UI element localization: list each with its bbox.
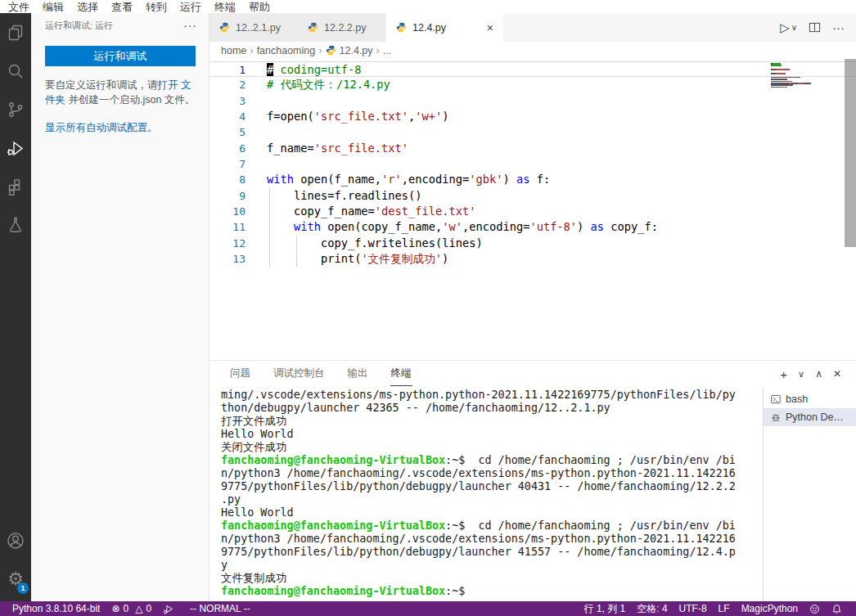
code-line[interactable]: 6f_name='src_file.txt' — [209, 141, 856, 156]
problems-indicator[interactable]: ⊗0 △0 — [106, 601, 157, 616]
code-line[interactable]: 12 copy_f.writelines(lines) — [209, 236, 856, 251]
menu-item[interactable]: 终端 — [208, 1, 242, 13]
feedback-icon[interactable] — [804, 604, 826, 614]
line-number[interactable]: 2 — [209, 77, 246, 92]
code-line[interactable]: 5 — [209, 124, 856, 140]
activity-item-explorer[interactable] — [0, 13, 31, 52]
menu-item[interactable]: 编辑 — [36, 1, 70, 13]
line-number[interactable]: 11 — [209, 219, 246, 235]
activity-item-extensions[interactable] — [0, 167, 31, 205]
line-number[interactable]: 8 — [209, 172, 246, 187]
editor-scrollbar-thumb[interactable] — [845, 59, 856, 247]
code-token: ) — [502, 173, 516, 186]
activity-item-testing[interactable] — [0, 205, 31, 244]
terminal-picker-button[interactable]: ∨ — [798, 369, 804, 380]
code-line[interactable]: 8with open(f_name,'r',encoding='gbk') as… — [209, 172, 856, 187]
terminal-tab-item[interactable]: Python De… — [764, 408, 856, 426]
activity-item-settings-gear[interactable]: ⚙1 — [0, 560, 31, 598]
code-line[interactable]: 4f=open('src_file.txt','w+') — [209, 109, 856, 124]
terminal-token: :~$ cd /home/fanchaoming ; /usr/bin/env … — [445, 454, 736, 466]
terminal-output[interactable]: ming/.vscode/extensions/ms-python.python… — [209, 387, 763, 601]
indentation-setting[interactable]: 空格: 4 — [631, 602, 673, 616]
more-actions-button[interactable]: ··· — [832, 20, 845, 34]
menu-item[interactable]: 选择 — [70, 1, 105, 13]
menu-item[interactable]: 帮助 — [242, 1, 277, 13]
new-terminal-button[interactable]: + — [780, 367, 787, 381]
run-debug-icon — [6, 138, 25, 158]
terminal-line: 关闭文件成功 — [221, 441, 759, 454]
panel-tab-问题[interactable]: 问题 — [229, 362, 251, 386]
debug-status-icon[interactable] — [157, 601, 179, 616]
panel-tab-输出[interactable]: 输出 — [347, 362, 369, 386]
editor-tabs-bar: 12..2.1.py12.2.2.py12.4.py× ▷∨ ··· — [209, 13, 856, 42]
terminal-token: Hello World — [221, 506, 294, 519]
explorer-icon — [6, 23, 25, 43]
code-token — [267, 220, 294, 233]
menu-item[interactable]: 文件 — [2, 1, 36, 13]
breadcrumb-item[interactable]: fanchaoming — [257, 45, 316, 56]
close-icon[interactable]: × — [487, 21, 493, 34]
code-line[interactable]: 11 with open(copy_f_name,'w',encoding='u… — [209, 219, 856, 235]
line-number[interactable]: 1 — [209, 62, 246, 78]
code-line[interactable]: 7 — [209, 156, 856, 172]
panel-tab-终端[interactable]: 终端 — [390, 362, 412, 386]
line-number[interactable]: 7 — [209, 156, 246, 172]
terminal-line: 文件复制成功 — [221, 572, 759, 585]
python-interpreter-status[interactable]: Python 3.8.10 64-bit — [7, 601, 106, 616]
editor-tab[interactable]: 12.4.py× — [386, 13, 504, 42]
code-token: ,encoding= — [402, 173, 469, 186]
notifications-bell-icon[interactable] — [826, 604, 848, 614]
code-token: ) — [577, 220, 590, 233]
panel-tab-调试控制台[interactable]: 调试控制台 — [273, 362, 326, 386]
activity-item-run-debug[interactable] — [0, 128, 31, 167]
line-number[interactable]: 3 — [209, 93, 246, 109]
breadcrumb-item[interactable]: 12.4.py — [326, 45, 373, 56]
show-debug-configs-link[interactable]: 显示所有自动调试配置。 — [45, 122, 158, 133]
code-token: 'r' — [381, 173, 402, 186]
menu-item[interactable]: 运行 — [173, 1, 208, 13]
terminal-line: thon/debugpy/launcher 42365 -- /home/fan… — [221, 402, 759, 415]
python-icon — [219, 22, 230, 33]
eol-setting[interactable]: LF — [713, 603, 736, 614]
run-python-file-button[interactable]: ▷∨ — [780, 20, 797, 35]
maximize-panel-button[interactable]: ∧ — [815, 368, 822, 380]
encoding-setting[interactable]: UTF-8 — [674, 603, 713, 614]
vim-mode-indicator[interactable]: -- NORMAL -- — [184, 601, 256, 616]
code-line[interactable]: 9 lines=f.readlines() — [209, 188, 856, 204]
activity-item-account[interactable] — [0, 521, 31, 560]
chevron-up-icon: ∧ — [815, 368, 822, 380]
code-line[interactable]: 10 copy_f_name='dest_file.txt' — [209, 204, 856, 219]
activity-item-search[interactable] — [0, 52, 31, 90]
code-line[interactable]: 2# 代码文件：/12.4.py — [209, 77, 856, 92]
line-number[interactable]: 12 — [209, 236, 246, 251]
minimap[interactable] — [771, 63, 823, 88]
terminal-tab-item[interactable]: bash — [764, 390, 856, 408]
sidebar-more-actions-icon[interactable]: ··· — [183, 19, 197, 32]
code-line[interactable]: 3 — [209, 93, 856, 109]
editor-tab[interactable]: 12.2.2.py — [298, 13, 386, 42]
split-editor-button[interactable] — [809, 21, 821, 34]
language-mode[interactable]: MagicPython — [736, 603, 804, 614]
close-panel-button[interactable]: ✕ — [833, 368, 841, 380]
line-number[interactable]: 4 — [209, 109, 246, 124]
code-line[interactable]: 1# coding=utf-8 — [209, 61, 856, 77]
line-number[interactable]: 5 — [209, 124, 246, 140]
breadcrumb-item[interactable]: ... — [383, 45, 391, 56]
line-number[interactable]: 13 — [209, 251, 246, 267]
line-number[interactable]: 9 — [209, 188, 246, 204]
line-number[interactable]: 6 — [209, 141, 246, 156]
cursor-position[interactable]: 行 1, 列 1 — [579, 602, 632, 616]
activity-item-source-control[interactable] — [0, 90, 31, 128]
run-and-debug-button[interactable]: 运行和调试 — [45, 46, 196, 66]
menu-item[interactable]: 查看 — [105, 1, 139, 13]
menu-item[interactable]: 转到 — [139, 1, 173, 13]
terminal-token: n/python3 /home/fanchaoming/.vscode/exte… — [221, 467, 736, 479]
minimap-line — [771, 87, 823, 88]
line-number[interactable]: 10 — [209, 204, 246, 219]
code-editor[interactable]: 1# coding=utf-82# 代码文件：/12.4.py34f=open(… — [209, 59, 856, 360]
code-line[interactable]: 13 print('文件复制成功') — [209, 251, 856, 267]
breadcrumb-item[interactable]: home — [221, 45, 246, 56]
editor-tab[interactable]: 12..2.1.py — [209, 13, 298, 42]
terminal-token: 关闭文件成功 — [221, 441, 286, 453]
chevron-right-icon: › — [376, 44, 380, 56]
